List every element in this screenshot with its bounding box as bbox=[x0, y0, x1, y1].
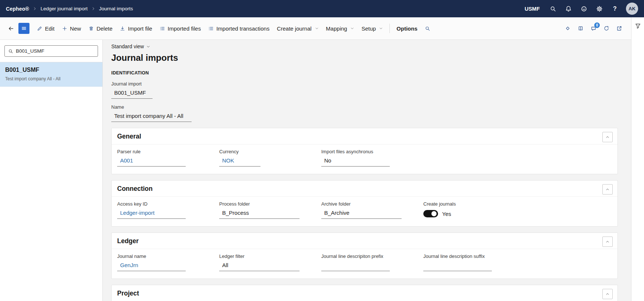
import-async-input[interactable]: No bbox=[321, 157, 390, 167]
open-in-new-window-button[interactable] bbox=[613, 22, 625, 35]
list-item-title: B001_USMF bbox=[5, 67, 97, 73]
parser-rule-label: Parser rule bbox=[117, 149, 219, 154]
process-folder-input[interactable]: B_Process bbox=[219, 210, 300, 219]
filter-funnel-icon[interactable] bbox=[635, 23, 641, 301]
create-journal-label: Create journal bbox=[277, 25, 311, 32]
command-divider bbox=[389, 24, 390, 33]
app-logo[interactable]: Cepheo® bbox=[6, 6, 29, 12]
project-section: Project Project journal name PrjJrn Proj… bbox=[111, 285, 618, 301]
options-button[interactable]: Options bbox=[393, 21, 421, 35]
access-key-field: Access key ID Ledger-import bbox=[117, 201, 219, 219]
imported-transactions-button[interactable]: Imported transactions bbox=[204, 21, 273, 35]
general-section: General Parser rule A001 Currency NOK bbox=[111, 128, 618, 174]
bell-icon bbox=[565, 6, 572, 12]
view-selector-label: Standard view bbox=[111, 43, 144, 49]
hamburger-icon bbox=[21, 25, 27, 31]
imported-transactions-label: Imported transactions bbox=[216, 25, 269, 32]
nav-menu-button[interactable] bbox=[18, 23, 29, 34]
chevron-up-icon bbox=[605, 239, 610, 244]
process-folder-label: Process folder bbox=[219, 201, 321, 207]
settings-button[interactable] bbox=[593, 2, 606, 15]
command-search-button[interactable] bbox=[421, 21, 434, 35]
open-in-new-icon bbox=[616, 25, 622, 31]
new-button[interactable]: New bbox=[58, 21, 85, 35]
mapping-label: Mapping bbox=[326, 25, 347, 32]
topbar-actions: USMF ? AK bbox=[520, 2, 638, 15]
plus-icon bbox=[62, 26, 67, 31]
chevron-right-icon bbox=[92, 7, 95, 10]
name-input[interactable]: Test import company All - All bbox=[111, 113, 192, 122]
access-key-input[interactable]: Ledger-import bbox=[117, 210, 186, 219]
record-list: B001_USMF Test import company All - All bbox=[0, 62, 102, 87]
feedback-button[interactable] bbox=[577, 2, 591, 15]
journal-import-input[interactable]: B001_USMF bbox=[111, 90, 153, 99]
list-icon bbox=[160, 26, 165, 31]
parser-rule-field: Parser rule A001 bbox=[117, 149, 219, 167]
record-search-input[interactable] bbox=[16, 48, 94, 54]
desc-prefix-input[interactable] bbox=[321, 262, 390, 271]
toggle-knob bbox=[431, 211, 437, 216]
search-icon bbox=[8, 49, 13, 54]
desc-prefix-field: Journal line descripiton prefix bbox=[321, 253, 423, 271]
global-search-button[interactable] bbox=[546, 2, 560, 15]
ledger-section: Ledger Journal name GenJrn Ledger filter… bbox=[111, 232, 618, 279]
top-navigation-bar: Cepheo® Ledger journal import Journal im… bbox=[0, 0, 644, 17]
command-bar-right-icons: 0 bbox=[561, 22, 625, 35]
chevron-down-icon bbox=[379, 27, 383, 30]
project-collapse-button[interactable] bbox=[602, 289, 613, 299]
refresh-button[interactable] bbox=[600, 22, 612, 35]
related-info-button[interactable] bbox=[561, 22, 574, 35]
setup-menu[interactable]: Setup bbox=[358, 21, 386, 35]
imported-files-button[interactable]: Imported files bbox=[156, 21, 204, 35]
general-collapse-button[interactable] bbox=[602, 132, 613, 142]
list-item[interactable]: B001_USMF Test import company All - All bbox=[0, 62, 102, 87]
delete-button[interactable]: Delete bbox=[85, 21, 116, 35]
currency-input[interactable]: NOK bbox=[219, 157, 260, 167]
search-icon bbox=[425, 26, 430, 31]
search-icon bbox=[550, 6, 556, 12]
new-label: New bbox=[70, 25, 81, 32]
import-file-label: Import file bbox=[128, 25, 152, 32]
archive-folder-input[interactable]: B_Archive bbox=[321, 210, 402, 219]
desc-prefix-label: Journal line descripiton prefix bbox=[321, 253, 423, 259]
connection-section-header[interactable]: Connection bbox=[112, 181, 617, 197]
company-picker[interactable]: USMF bbox=[520, 3, 544, 15]
open-in-office-button[interactable] bbox=[574, 22, 587, 35]
book-icon bbox=[578, 25, 584, 31]
import-file-button[interactable]: Import file bbox=[116, 21, 156, 35]
delete-label: Delete bbox=[97, 25, 112, 32]
project-section-header[interactable]: Project bbox=[112, 285, 617, 301]
messages-button[interactable]: 0 bbox=[587, 22, 599, 35]
process-folder-field: Process folder B_Process bbox=[219, 201, 321, 219]
desc-suffix-field: Journal line description suffix bbox=[423, 253, 525, 271]
parser-rule-input[interactable]: A001 bbox=[117, 157, 186, 167]
name-label: Name bbox=[111, 104, 618, 110]
diamond-icon bbox=[565, 25, 571, 31]
create-journals-field: Create journals Yes bbox=[423, 201, 525, 219]
smiley-icon bbox=[581, 6, 587, 12]
help-button[interactable]: ? bbox=[608, 2, 622, 15]
breadcrumb-journal-imports[interactable]: Journal imports bbox=[99, 6, 133, 11]
list-icon bbox=[208, 26, 214, 31]
account-avatar[interactable]: AK bbox=[626, 3, 638, 15]
create-journals-toggle[interactable] bbox=[423, 210, 438, 217]
journal-name-input[interactable]: GenJrn bbox=[117, 262, 186, 271]
chevron-up-icon bbox=[605, 187, 610, 192]
notifications-button[interactable] bbox=[562, 2, 575, 15]
ledger-filter-input[interactable]: All bbox=[219, 262, 300, 271]
record-search-box[interactable] bbox=[4, 45, 98, 57]
breadcrumb-ledger-journal-import[interactable]: Ledger journal import bbox=[41, 6, 88, 11]
refresh-icon bbox=[603, 25, 609, 31]
create-journal-menu[interactable]: Create journal bbox=[273, 21, 322, 35]
connection-collapse-button[interactable] bbox=[602, 184, 613, 195]
pencil-icon bbox=[37, 26, 42, 31]
desc-suffix-input[interactable] bbox=[423, 262, 492, 271]
ledger-collapse-button[interactable] bbox=[602, 237, 613, 247]
back-button[interactable] bbox=[4, 22, 17, 35]
gear-icon bbox=[596, 6, 603, 12]
mapping-menu[interactable]: Mapping bbox=[322, 21, 358, 35]
view-selector[interactable]: Standard view bbox=[111, 43, 150, 49]
edit-button[interactable]: Edit bbox=[33, 21, 58, 35]
general-section-header[interactable]: General bbox=[112, 128, 617, 144]
ledger-section-header[interactable]: Ledger bbox=[112, 233, 617, 249]
